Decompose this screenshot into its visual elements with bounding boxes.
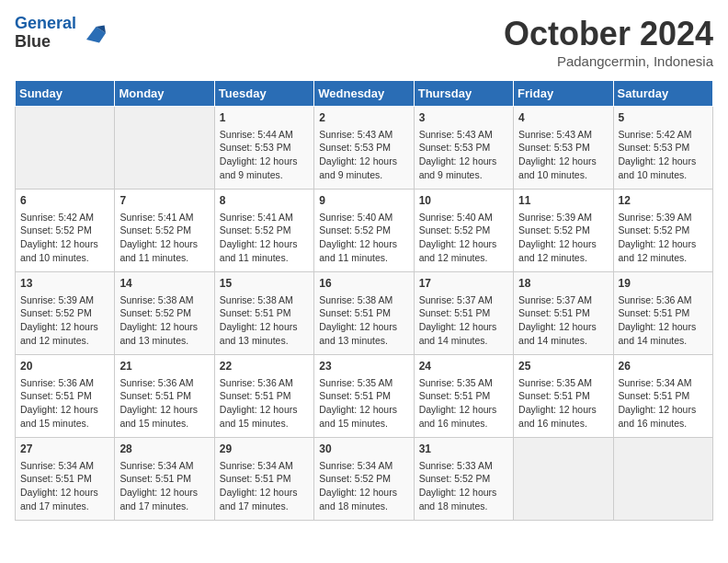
day-number: 8 [220, 193, 309, 209]
header-day: Thursday [414, 81, 513, 107]
calendar-table: SundayMondayTuesdayWednesdayThursdayFrid… [15, 80, 713, 521]
calendar-week-row: 20Sunrise: 5:36 AMSunset: 5:51 PMDayligh… [16, 355, 713, 438]
day-info: Sunrise: 5:38 AMSunset: 5:52 PMDaylight:… [119, 293, 209, 348]
page-header: GeneralBlue October 2024 Padangcermin, I… [15, 15, 713, 69]
calendar-cell: 5Sunrise: 5:42 AMSunset: 5:53 PMDaylight… [613, 107, 712, 190]
day-number: 29 [220, 442, 309, 457]
calendar-cell: 22Sunrise: 5:36 AMSunset: 5:51 PMDayligh… [214, 355, 313, 438]
day-info: Sunrise: 5:36 AMSunset: 5:51 PMDaylight:… [220, 376, 309, 431]
day-info: Sunrise: 5:43 AMSunset: 5:53 PMDaylight:… [518, 128, 608, 182]
calendar-week-row: 6Sunrise: 5:42 AMSunset: 5:52 PMDaylight… [16, 190, 713, 272]
header-day: Tuesday [214, 81, 313, 107]
calendar-cell: 24Sunrise: 5:35 AMSunset: 5:51 PMDayligh… [414, 355, 513, 438]
day-number: 20 [20, 359, 109, 374]
day-number: 9 [319, 193, 408, 209]
calendar-cell: 31Sunrise: 5:33 AMSunset: 5:52 PMDayligh… [414, 438, 513, 521]
title-block: October 2024 Padangcermin, Indonesia [504, 15, 713, 69]
calendar-cell: 18Sunrise: 5:37 AMSunset: 5:51 PMDayligh… [514, 272, 613, 355]
day-info: Sunrise: 5:41 AMSunset: 5:52 PMDaylight:… [119, 211, 209, 265]
calendar-cell: 12Sunrise: 5:39 AMSunset: 5:52 PMDayligh… [613, 190, 712, 272]
day-number: 13 [20, 276, 109, 292]
calendar-cell: 26Sunrise: 5:34 AMSunset: 5:51 PMDayligh… [613, 355, 712, 438]
day-info: Sunrise: 5:44 AMSunset: 5:53 PMDaylight:… [220, 128, 309, 182]
location-subtitle: Padangcermin, Indonesia [504, 53, 713, 69]
day-info: Sunrise: 5:41 AMSunset: 5:52 PMDaylight:… [220, 211, 309, 265]
logo-text: GeneralBlue [15, 15, 76, 52]
day-info: Sunrise: 5:38 AMSunset: 5:51 PMDaylight:… [220, 293, 309, 348]
calendar-week-row: 1Sunrise: 5:44 AMSunset: 5:53 PMDaylight… [16, 107, 713, 190]
day-number: 12 [619, 193, 708, 209]
calendar-week-row: 27Sunrise: 5:34 AMSunset: 5:51 PMDayligh… [16, 438, 713, 521]
calendar-cell: 3Sunrise: 5:43 AMSunset: 5:53 PMDaylight… [414, 107, 513, 190]
logo-icon [80, 20, 106, 46]
day-number: 5 [619, 110, 708, 126]
calendar-cell: 10Sunrise: 5:40 AMSunset: 5:52 PMDayligh… [414, 190, 513, 272]
calendar-cell: 13Sunrise: 5:39 AMSunset: 5:52 PMDayligh… [16, 272, 115, 355]
day-info: Sunrise: 5:37 AMSunset: 5:51 PMDaylight:… [518, 293, 608, 348]
header-row: SundayMondayTuesdayWednesdayThursdayFrid… [16, 81, 713, 107]
calendar-cell: 20Sunrise: 5:36 AMSunset: 5:51 PMDayligh… [16, 355, 115, 438]
day-number: 22 [220, 359, 309, 374]
day-number: 11 [518, 193, 608, 209]
day-number: 4 [518, 110, 608, 126]
calendar-cell: 21Sunrise: 5:36 AMSunset: 5:51 PMDayligh… [115, 355, 214, 438]
calendar-cell: 9Sunrise: 5:40 AMSunset: 5:52 PMDaylight… [314, 190, 414, 272]
day-number: 30 [319, 442, 408, 457]
logo: GeneralBlue [15, 15, 106, 52]
day-number: 23 [319, 359, 408, 374]
day-info: Sunrise: 5:42 AMSunset: 5:53 PMDaylight:… [619, 128, 708, 182]
calendar-cell: 17Sunrise: 5:37 AMSunset: 5:51 PMDayligh… [414, 272, 513, 355]
day-number: 2 [319, 110, 408, 126]
day-info: Sunrise: 5:37 AMSunset: 5:51 PMDaylight:… [419, 293, 508, 348]
calendar-cell: 14Sunrise: 5:38 AMSunset: 5:52 PMDayligh… [115, 272, 214, 355]
day-info: Sunrise: 5:34 AMSunset: 5:51 PMDaylight:… [20, 459, 109, 513]
calendar-cell: 19Sunrise: 5:36 AMSunset: 5:51 PMDayligh… [613, 272, 712, 355]
day-number: 16 [319, 276, 408, 292]
calendar-cell: 2Sunrise: 5:43 AMSunset: 5:53 PMDaylight… [314, 107, 414, 190]
day-number: 26 [619, 359, 708, 374]
day-info: Sunrise: 5:35 AMSunset: 5:51 PMDaylight:… [518, 376, 608, 431]
day-info: Sunrise: 5:42 AMSunset: 5:52 PMDaylight:… [20, 211, 109, 265]
month-title: October 2024 [504, 15, 713, 53]
day-number: 14 [119, 276, 209, 292]
calendar-week-row: 13Sunrise: 5:39 AMSunset: 5:52 PMDayligh… [16, 272, 713, 355]
day-number: 24 [419, 359, 508, 374]
calendar-cell: 16Sunrise: 5:38 AMSunset: 5:51 PMDayligh… [314, 272, 414, 355]
day-info: Sunrise: 5:36 AMSunset: 5:51 PMDaylight:… [619, 293, 708, 348]
day-info: Sunrise: 5:38 AMSunset: 5:51 PMDaylight:… [319, 293, 408, 348]
day-number: 27 [20, 442, 109, 457]
calendar-cell: 4Sunrise: 5:43 AMSunset: 5:53 PMDaylight… [514, 107, 613, 190]
calendar-cell: 23Sunrise: 5:35 AMSunset: 5:51 PMDayligh… [314, 355, 414, 438]
calendar-cell: 15Sunrise: 5:38 AMSunset: 5:51 PMDayligh… [214, 272, 313, 355]
day-number: 28 [119, 442, 209, 457]
day-info: Sunrise: 5:43 AMSunset: 5:53 PMDaylight:… [419, 128, 508, 182]
day-info: Sunrise: 5:35 AMSunset: 5:51 PMDaylight:… [319, 376, 408, 431]
calendar-cell [613, 438, 712, 521]
day-number: 25 [518, 359, 608, 374]
day-info: Sunrise: 5:39 AMSunset: 5:52 PMDaylight:… [619, 211, 708, 265]
calendar-header: SundayMondayTuesdayWednesdayThursdayFrid… [16, 81, 713, 107]
day-number: 31 [419, 442, 508, 457]
day-number: 7 [119, 193, 209, 209]
day-info: Sunrise: 5:39 AMSunset: 5:52 PMDaylight:… [518, 211, 608, 265]
calendar-cell [115, 107, 214, 190]
calendar-cell: 29Sunrise: 5:34 AMSunset: 5:51 PMDayligh… [214, 438, 313, 521]
day-number: 18 [518, 276, 608, 292]
header-day: Friday [514, 81, 613, 107]
day-number: 19 [619, 276, 708, 292]
calendar-cell: 6Sunrise: 5:42 AMSunset: 5:52 PMDaylight… [16, 190, 115, 272]
day-info: Sunrise: 5:35 AMSunset: 5:51 PMDaylight:… [419, 376, 508, 431]
header-day: Wednesday [314, 81, 414, 107]
calendar-cell: 1Sunrise: 5:44 AMSunset: 5:53 PMDaylight… [214, 107, 313, 190]
calendar-cell: 28Sunrise: 5:34 AMSunset: 5:51 PMDayligh… [115, 438, 214, 521]
day-info: Sunrise: 5:39 AMSunset: 5:52 PMDaylight:… [20, 293, 109, 348]
day-info: Sunrise: 5:33 AMSunset: 5:52 PMDaylight:… [419, 459, 508, 513]
calendar-cell: 27Sunrise: 5:34 AMSunset: 5:51 PMDayligh… [16, 438, 115, 521]
calendar-body: 1Sunrise: 5:44 AMSunset: 5:53 PMDaylight… [16, 107, 713, 521]
day-number: 6 [20, 193, 109, 209]
day-info: Sunrise: 5:34 AMSunset: 5:52 PMDaylight:… [319, 459, 408, 513]
calendar-cell: 11Sunrise: 5:39 AMSunset: 5:52 PMDayligh… [514, 190, 613, 272]
day-info: Sunrise: 5:40 AMSunset: 5:52 PMDaylight:… [419, 211, 508, 265]
day-number: 21 [119, 359, 209, 374]
calendar-cell [16, 107, 115, 190]
